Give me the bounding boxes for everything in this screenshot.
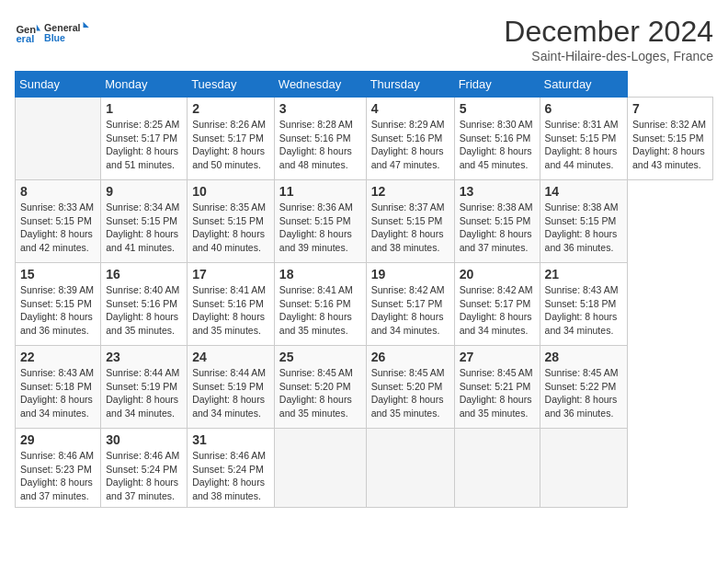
calendar-cell [16, 98, 101, 180]
calendar-cell: 19 Sunrise: 8:42 AMSunset: 5:17 PMDaylig… [366, 263, 454, 346]
day-info: Sunrise: 8:40 AMSunset: 5:16 PMDaylight:… [106, 283, 182, 338]
calendar-cell: 9 Sunrise: 8:34 AMSunset: 5:15 PMDayligh… [101, 180, 188, 263]
day-number: 16 [106, 267, 182, 282]
day-info: Sunrise: 8:30 AMSunset: 5:16 PMDaylight:… [460, 118, 535, 172]
calendar-cell: 23 Sunrise: 8:44 AMSunset: 5:19 PMDaylig… [101, 346, 188, 429]
calendar-cell: 18 Sunrise: 8:41 AMSunset: 5:16 PMDaylig… [274, 263, 366, 346]
day-info: Sunrise: 8:43 AMSunset: 5:18 PMDaylight:… [20, 366, 96, 420]
calendar-cell [454, 429, 540, 508]
day-info: Sunrise: 8:42 AMSunset: 5:17 PMDaylight:… [371, 283, 449, 338]
day-info: Sunrise: 8:33 AMSunset: 5:15 PMDaylight:… [20, 201, 96, 255]
calendar-cell: 21 Sunrise: 8:43 AMSunset: 5:18 PMDaylig… [540, 263, 627, 346]
calendar-cell: 24 Sunrise: 8:44 AMSunset: 5:19 PMDaylig… [188, 346, 275, 429]
day-info: Sunrise: 8:45 AMSunset: 5:21 PMDaylight:… [460, 366, 535, 420]
svg-text:Blue: Blue [44, 32, 65, 43]
day-number: 24 [192, 350, 269, 364]
calendar-cell: 31 Sunrise: 8:46 AMSunset: 5:24 PMDaylig… [188, 429, 275, 508]
day-info: Sunrise: 8:44 AMSunset: 5:19 PMDaylight:… [106, 366, 182, 420]
day-number: 8 [20, 184, 96, 199]
logo: Gen eral General Blue [15, 15, 90, 50]
day-number: 14 [545, 184, 622, 199]
svg-text:General: General [44, 22, 81, 33]
header-thursday: Thursday [366, 72, 454, 98]
header-monday: Monday [101, 72, 188, 98]
day-number: 29 [20, 432, 96, 447]
day-number: 5 [460, 101, 535, 116]
header-wednesday: Wednesday [274, 72, 366, 98]
svg-marker-2 [37, 25, 40, 31]
day-number: 2 [192, 101, 269, 116]
calendar-cell: 28 Sunrise: 8:45 AMSunset: 5:22 PMDaylig… [540, 346, 627, 429]
header-friday: Friday [454, 72, 540, 98]
day-info: Sunrise: 8:42 AMSunset: 5:17 PMDaylight:… [460, 283, 535, 338]
day-number: 19 [371, 267, 449, 282]
day-number: 23 [106, 350, 182, 364]
day-info: Sunrise: 8:29 AMSunset: 5:16 PMDaylight:… [371, 118, 449, 172]
calendar-cell: 11 Sunrise: 8:36 AMSunset: 5:15 PMDaylig… [274, 180, 366, 263]
calendar-cell: 16 Sunrise: 8:40 AMSunset: 5:16 PMDaylig… [101, 263, 188, 346]
calendar-cell: 22 Sunrise: 8:43 AMSunset: 5:18 PMDaylig… [16, 346, 101, 429]
day-number: 31 [192, 432, 269, 447]
calendar-cell: 25 Sunrise: 8:45 AMSunset: 5:20 PMDaylig… [274, 346, 366, 429]
day-number: 28 [545, 350, 622, 364]
day-info: Sunrise: 8:43 AMSunset: 5:18 PMDaylight:… [545, 283, 622, 338]
month-title: December 2024 [504, 15, 713, 49]
calendar-cell: 7 Sunrise: 8:32 AMSunset: 5:15 PMDayligh… [627, 98, 712, 180]
calendar-cell: 8 Sunrise: 8:33 AMSunset: 5:15 PMDayligh… [16, 180, 101, 263]
day-number: 4 [371, 101, 449, 116]
day-number: 3 [279, 101, 361, 116]
calendar-cell: 3 Sunrise: 8:28 AMSunset: 5:16 PMDayligh… [274, 98, 366, 180]
header-sunday: Sunday [16, 72, 101, 98]
day-number: 27 [460, 350, 535, 364]
day-info: Sunrise: 8:46 AMSunset: 5:24 PMDaylight:… [192, 449, 269, 503]
calendar-cell: 29 Sunrise: 8:46 AMSunset: 5:23 PMDaylig… [16, 429, 101, 508]
location: Saint-Hilaire-des-Loges, France [504, 49, 713, 63]
day-number: 26 [371, 350, 449, 364]
calendar-cell: 26 Sunrise: 8:45 AMSunset: 5:20 PMDaylig… [366, 346, 454, 429]
generalblue-logo-svg: General Blue [44, 15, 90, 50]
day-number: 18 [279, 267, 361, 282]
calendar-cell: 5 Sunrise: 8:30 AMSunset: 5:16 PMDayligh… [454, 98, 540, 180]
calendar-cell: 30 Sunrise: 8:46 AMSunset: 5:24 PMDaylig… [101, 429, 188, 508]
calendar-cell: 10 Sunrise: 8:35 AMSunset: 5:15 PMDaylig… [188, 180, 275, 263]
calendar-cell [540, 429, 627, 508]
svg-text:eral: eral [16, 33, 34, 44]
day-info: Sunrise: 8:34 AMSunset: 5:15 PMDaylight:… [106, 201, 182, 255]
calendar-cell: 1 Sunrise: 8:25 AMSunset: 5:17 PMDayligh… [101, 98, 188, 180]
calendar-cell: 14 Sunrise: 8:38 AMSunset: 5:15 PMDaylig… [540, 180, 627, 263]
title-area: December 2024 Saint-Hilaire-des-Loges, F… [504, 15, 713, 63]
calendar-cell [366, 429, 454, 508]
day-info: Sunrise: 8:36 AMSunset: 5:15 PMDaylight:… [279, 201, 361, 255]
calendar-cell: 20 Sunrise: 8:42 AMSunset: 5:17 PMDaylig… [454, 263, 540, 346]
day-info: Sunrise: 8:46 AMSunset: 5:23 PMDaylight:… [20, 449, 96, 503]
svg-marker-4 [84, 22, 89, 28]
day-info: Sunrise: 8:32 AMSunset: 5:15 PMDaylight:… [632, 118, 708, 172]
day-number: 7 [632, 101, 708, 116]
day-number: 17 [192, 267, 269, 282]
calendar-cell: 27 Sunrise: 8:45 AMSunset: 5:21 PMDaylig… [454, 346, 540, 429]
day-info: Sunrise: 8:45 AMSunset: 5:22 PMDaylight:… [545, 366, 622, 420]
day-number: 10 [192, 184, 269, 199]
day-number: 30 [106, 432, 182, 447]
day-info: Sunrise: 8:44 AMSunset: 5:19 PMDaylight:… [192, 366, 269, 420]
day-info: Sunrise: 8:39 AMSunset: 5:15 PMDaylight:… [20, 283, 96, 338]
day-number: 9 [106, 184, 182, 199]
calendar-cell: 17 Sunrise: 8:41 AMSunset: 5:16 PMDaylig… [188, 263, 275, 346]
day-info: Sunrise: 8:46 AMSunset: 5:24 PMDaylight:… [106, 449, 182, 503]
calendar-table: Sunday Monday Tuesday Wednesday Thursday… [15, 71, 713, 508]
day-info: Sunrise: 8:41 AMSunset: 5:16 PMDaylight:… [192, 283, 269, 338]
day-number: 12 [371, 184, 449, 199]
day-info: Sunrise: 8:41 AMSunset: 5:16 PMDaylight:… [279, 283, 361, 338]
day-number: 15 [20, 267, 96, 282]
day-info: Sunrise: 8:45 AMSunset: 5:20 PMDaylight:… [371, 366, 449, 420]
header-tuesday: Tuesday [188, 72, 275, 98]
day-number: 1 [106, 101, 182, 116]
day-info: Sunrise: 8:26 AMSunset: 5:17 PMDaylight:… [192, 118, 269, 172]
calendar-cell: 2 Sunrise: 8:26 AMSunset: 5:17 PMDayligh… [188, 98, 275, 180]
day-number: 21 [545, 267, 622, 282]
day-number: 11 [279, 184, 361, 199]
day-number: 6 [545, 101, 622, 116]
logo-icon: Gen eral [15, 19, 40, 45]
calendar-cell: 15 Sunrise: 8:39 AMSunset: 5:15 PMDaylig… [16, 263, 101, 346]
day-number: 22 [20, 350, 96, 364]
